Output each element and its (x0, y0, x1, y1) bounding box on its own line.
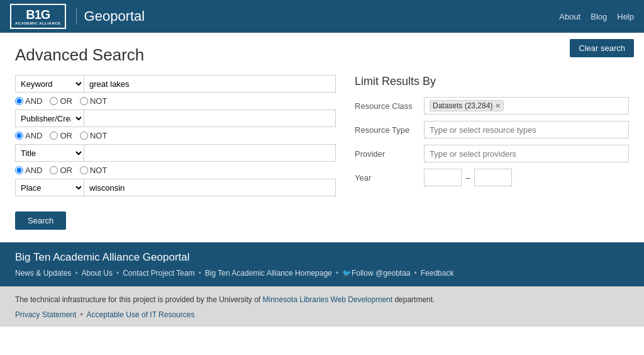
footer-sep-5: • (414, 269, 417, 278)
big-logo: B1G ACADEMIC ALLIANCE (10, 4, 66, 30)
resource-class-tag-text: Datasets (23,284) (433, 101, 492, 110)
footer-link-alliance[interactable]: Big Ten Academic Alliance Homepage (205, 269, 332, 278)
resource-class-tag: Datasets (23,284) ✕ (430, 100, 504, 111)
nav-help[interactable]: Help (617, 12, 634, 21)
year-row: Year – (355, 169, 629, 186)
search-field-4-input[interactable] (84, 179, 336, 196)
page-title: Advanced Search (15, 45, 629, 65)
limit-results-panel: Limit Results By Resource Class Datasets… (355, 75, 629, 230)
footer-link-feedback[interactable]: Feedback (421, 269, 454, 278)
resource-type-label: Resource Type (355, 125, 418, 135)
twitter-icon: 🐦 (342, 269, 352, 278)
year-inputs: – (424, 169, 512, 186)
year-dash: – (465, 172, 470, 183)
search-field-1-input[interactable] (84, 75, 336, 93)
radio-or-3[interactable]: OR (50, 166, 72, 175)
footer-link-contact[interactable]: Contact Project Team (123, 269, 195, 278)
radio-not-1[interactable]: NOT (80, 96, 107, 106)
footer-privacy-link[interactable]: Privacy Statement (15, 310, 76, 319)
resource-type-input[interactable] (424, 121, 629, 138)
radio-not-2[interactable]: NOT (80, 131, 107, 140)
year-to-input[interactable] (474, 169, 512, 186)
nav-blog[interactable]: Blog (591, 12, 607, 21)
footer-minnesota-link[interactable]: Minnesota Libraries Web Development (263, 295, 393, 304)
radio-and-3[interactable]: AND (15, 166, 42, 175)
provider-row: Provider (355, 145, 629, 162)
footer-sep-4: • (336, 269, 338, 278)
search-row-2: Keyword Title Publisher/Creator Place Su… (15, 110, 336, 127)
search-field-4-dropdown[interactable]: Keyword Title Publisher/Creator Place Su… (15, 179, 84, 196)
footer-link-about[interactable]: About Us (82, 269, 113, 278)
radio-group-3: AND OR NOT (15, 166, 336, 175)
resource-type-row: Resource Type (355, 121, 629, 138)
radio-or-1[interactable]: OR (50, 96, 72, 106)
main-wrapper: Clear search Advanced Search Keyword Tit… (0, 33, 644, 242)
search-field-2-input[interactable] (84, 110, 336, 127)
radio-and-1[interactable]: AND (15, 96, 42, 106)
resource-class-field[interactable]: Datasets (23,284) ✕ (424, 97, 629, 115)
search-layout: Keyword Title Publisher/Creator Place Su… (15, 75, 629, 230)
search-field-2-dropdown[interactable]: Keyword Title Publisher/Creator Place Su… (15, 110, 84, 127)
header-nav: About Blog Help (559, 12, 634, 21)
resource-class-row: Resource Class Datasets (23,284) ✕ (355, 97, 629, 115)
radio-or-2[interactable]: OR (50, 131, 72, 140)
search-row-3: Keyword Title Publisher/Creator Place Su… (15, 144, 336, 162)
search-field-3-dropdown[interactable]: Keyword Title Publisher/Creator Place Su… (15, 144, 84, 162)
provider-label: Provider (355, 149, 418, 159)
radio-group-1: AND OR NOT (15, 96, 336, 106)
search-row-1: Keyword Title Publisher/Creator Place Su… (15, 75, 336, 93)
search-field-1-dropdown[interactable]: Keyword Title Publisher/Creator Place Su… (15, 75, 84, 93)
footer-light: The technical infrastructure for this pr… (0, 286, 644, 327)
footer-nav: News & Updates • About Us • Contact Proj… (15, 269, 629, 278)
radio-group-2: AND OR NOT (15, 131, 336, 140)
footer-light-links: Privacy Statement • Acceptable Use of IT… (15, 310, 629, 319)
year-from-input[interactable] (424, 169, 462, 186)
footer-sep-2: • (116, 269, 119, 278)
footer-description: The technical infrastructure for this pr… (15, 294, 629, 305)
footer-sep-1: • (75, 269, 77, 278)
main-content: Clear search Advanced Search Keyword Tit… (0, 33, 644, 242)
footer-title: Big Ten Academic Alliance Geoportal (15, 251, 629, 264)
footer-link-news[interactable]: News & Updates (15, 269, 71, 278)
radio-and-2[interactable]: AND (15, 131, 42, 140)
site-title: Geoportal (76, 8, 145, 25)
footer-light-sep: • (80, 310, 82, 319)
nav-about[interactable]: About (559, 12, 580, 21)
logo-group: B1G ACADEMIC ALLIANCE Geoportal (10, 4, 559, 30)
big-logo-text: B1G (26, 8, 50, 21)
search-fields: Keyword Title Publisher/Creator Place Su… (15, 75, 336, 230)
radio-not-3[interactable]: NOT (80, 166, 107, 175)
footer-acceptable-use-link[interactable]: Acceptable Use of IT Resources (87, 310, 195, 319)
site-header: B1G ACADEMIC ALLIANCE Geoportal About Bl… (0, 0, 644, 33)
clear-search-button[interactable]: Clear search (570, 39, 634, 57)
big-logo-subtext: ACADEMIC ALLIANCE (15, 21, 61, 26)
resource-class-tag-close[interactable]: ✕ (495, 102, 501, 110)
resource-class-label: Resource Class (355, 101, 418, 111)
search-field-3-input[interactable] (84, 144, 336, 162)
footer-dark: Big Ten Academic Alliance Geoportal News… (0, 242, 644, 286)
search-button[interactable]: Search (15, 211, 66, 230)
footer-sep-3: • (199, 269, 201, 278)
year-label: Year (355, 173, 418, 183)
footer-link-twitter[interactable]: Follow @geobtaa (352, 269, 411, 278)
search-row-4: Keyword Title Publisher/Creator Place Su… (15, 179, 336, 196)
limit-results-title: Limit Results By (355, 75, 629, 88)
provider-input[interactable] (424, 145, 629, 162)
